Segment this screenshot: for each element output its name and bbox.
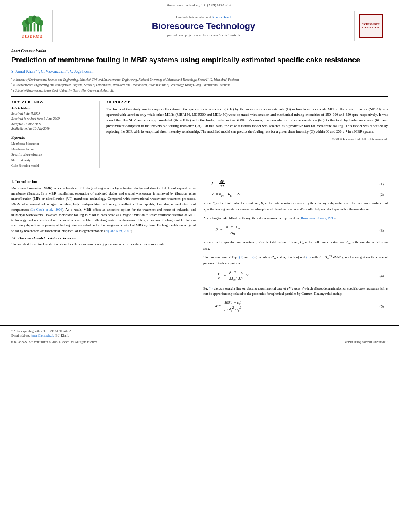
keyword-1: Membrane bioreactor xyxy=(11,141,95,147)
homepage-line: journal homepage: www.elsevier.com/locat… xyxy=(61,33,346,37)
footer-doi: doi:10.1016/j.biortech.2009.06.037 xyxy=(345,340,388,344)
affiliations: a a Institute of Environmental Science a… xyxy=(11,76,388,97)
eq5-denominator: ρ · dp2 · εc3 xyxy=(224,306,242,312)
equation-3-block: Rc = α · V · Cb Am (3) xyxy=(215,225,388,236)
equation-2-block: Rt = Rm + Rc + Rf (2) xyxy=(211,192,388,197)
eq4-numerator: μ · α · Cb xyxy=(228,270,243,275)
keyword-3: Specific cake resistance xyxy=(11,152,95,158)
right-col: ABSTRACT The focus of this study was to … xyxy=(106,101,388,168)
ref-eq4[interactable]: (4) xyxy=(209,286,213,290)
page: Bioresource Technology 100 (2009) 6133–6… xyxy=(0,0,399,532)
left-col: ARTICLE INFO Article history: Received 7… xyxy=(11,101,100,168)
ref-eq2[interactable]: (2) xyxy=(251,255,255,259)
elsevier-tree-icon xyxy=(21,13,45,33)
history-accepted: Accepted 11 June 2009 xyxy=(11,122,95,127)
eq3-numerator: α · V · Cb xyxy=(226,225,241,230)
eq3-denominator: Am xyxy=(230,230,236,236)
ref-ng-kim[interactable]: Ng and Kim, 2007 xyxy=(105,229,131,233)
eq1-denominator: μRt xyxy=(219,184,225,189)
article-type: Short Communication xyxy=(11,49,388,53)
eq3-number: (3) xyxy=(380,228,384,232)
eq4-v: V xyxy=(217,276,221,280)
eq5-numerator: 180(1 − εc) xyxy=(224,300,242,306)
eq4-description: Eq. (4) yields a straight line on plotti… xyxy=(203,286,388,296)
ref-eq3[interactable]: (3) xyxy=(306,255,311,259)
body-right: J = ΔP μRt (1) Rt = Rm + Rc + Rf (2) xyxy=(203,176,388,316)
history-received: Received 7 April 2009 xyxy=(11,111,95,117)
keyword-5: Cake filtration model xyxy=(11,163,95,169)
subsection1-text: The simplest theoretical model that desc… xyxy=(11,242,196,247)
equation-1-block: J = ΔP μRt (1) xyxy=(211,179,388,189)
eq4-denominator: 2Am2 AP xyxy=(228,275,243,282)
abstract-header: ABSTRACT xyxy=(106,101,388,104)
eq1-fraction: ΔP μRt xyxy=(219,179,225,189)
article-history: Article history: Received 7 April 2009 R… xyxy=(11,107,95,132)
eq4-intro: The combination of Eqs. (1) and (2) (exc… xyxy=(203,254,388,266)
header-box: ELSEVIER Contents lists available at Sci… xyxy=(12,10,387,42)
ref-le-clech[interactable]: Le-Clech et al., 2006 xyxy=(31,207,62,212)
subsection1-title: 1.1. Theoretical model: resistance-in-se… xyxy=(11,236,196,240)
journal-header: Bioresource Technology 100 (2009) 6133–6… xyxy=(0,0,399,44)
eq4-content: t V = μ · α · Cb 2Am2 AP V xyxy=(215,270,248,282)
eq5-fraction: 180(1 − εc) ρ · dp2 · εc3 xyxy=(224,300,242,312)
svg-rect-9 xyxy=(37,23,39,31)
svg-rect-6 xyxy=(29,23,31,31)
bioresource-logo: BIORESOURCETECHNOLOGY xyxy=(354,11,387,41)
keywords-label: Keywords: xyxy=(11,136,95,140)
journal-center: Contents lists available at ScienceDirec… xyxy=(53,12,354,40)
equation-5-block: α = 180(1 − εc) ρ · dp2 · εc3 (5) xyxy=(215,300,388,312)
eq3-intro: According to cake filtration theory, the… xyxy=(203,216,388,221)
elsevier-logo: ELSEVIER xyxy=(12,10,53,42)
eq3-content: Rc = α · V · Cb Am xyxy=(215,225,242,236)
footer-issn: 0960-8524/$ - see front matter © 2009 El… xyxy=(11,340,98,344)
eq3-fraction: α · V · Cb Am xyxy=(226,225,241,236)
eq5-number: (5) xyxy=(380,304,384,308)
fn-star-symbol: * xyxy=(11,329,13,333)
section1-title: 1. Introduction xyxy=(11,179,196,184)
footnote-star: * * Corresponding author. Tel.: +92 51 9… xyxy=(11,329,388,333)
email-suffix: (S.J. Khan). xyxy=(55,334,69,337)
eq5-content: α = 180(1 − εc) ρ · dp2 · εc3 xyxy=(215,300,243,312)
main-content: Short Communication Prediction of membra… xyxy=(0,44,399,320)
footer: * * Corresponding author. Tel.: +92 51 9… xyxy=(0,325,399,347)
eq2-description: where Rt is the total hydraulic resistan… xyxy=(203,201,388,213)
journal-title-header: Bioresource Technology xyxy=(61,21,346,31)
eq4-number: (4) xyxy=(380,274,384,278)
eq2-number: (2) xyxy=(380,193,384,197)
body-two-col: 1. Introduction Membrane bioreactor (MBR… xyxy=(11,176,388,316)
eq1-content: J = ΔP μRt xyxy=(211,179,227,189)
history-revised: Received in revised form 9 June 2009 xyxy=(11,117,95,122)
email-label: E-mail address: xyxy=(11,334,30,337)
copyright-line: © 2009 Elsevier Ltd. All rights reserved… xyxy=(106,137,388,141)
elsevier-label: ELSEVIER xyxy=(22,35,43,39)
ref-eq1[interactable]: (1) xyxy=(239,255,243,259)
article-title: Prediction of membrane fouling in MBR sy… xyxy=(11,55,388,65)
eq4-t-v: t V xyxy=(217,272,221,280)
ref-bowen[interactable]: Bowen and Jenner, 1995 xyxy=(301,216,335,220)
authors: S. Jamal Khan a,*, C. Visvanathan b, V. … xyxy=(11,69,388,74)
eq4-main-fraction: μ · α · Cb 2Am2 AP xyxy=(228,270,243,282)
eq1-numerator: ΔP xyxy=(219,179,225,184)
journal-ref: Bioresource Technology 100 (2009) 6133–6… xyxy=(8,3,391,7)
email-link[interactable]: jamal@iese.edu.pk xyxy=(31,334,54,337)
article-info-abstract: ARTICLE INFO Article history: Received 7… xyxy=(11,101,388,168)
equation-4-block: t V = μ · α · Cb 2Am2 AP V (4) xyxy=(215,270,388,282)
article-info-header: ARTICLE INFO xyxy=(11,101,95,104)
eq2-content: Rt = Rm + Rc + Rf xyxy=(211,192,239,197)
history-label: Article history: xyxy=(11,107,95,110)
keyword-4: Shear intensity xyxy=(11,158,95,163)
svg-rect-7 xyxy=(33,23,35,32)
footer-bottom: 0960-8524/$ - see front matter © 2009 El… xyxy=(11,340,388,344)
abstract-text: The focus of this study was to empirical… xyxy=(106,107,388,135)
eq4-t: t xyxy=(217,272,220,276)
history-available: Available online 10 July 2009 xyxy=(11,127,95,132)
eq1-lhs: J = xyxy=(211,182,217,186)
br-logo-box: BIORESOURCETECHNOLOGY xyxy=(359,14,383,38)
br-logo-text: BIORESOURCETECHNOLOGY xyxy=(362,23,379,29)
footnote-email: E-mail address: jamal@iese.edu.pk (S.J. … xyxy=(11,333,388,338)
eq1-number: (1) xyxy=(380,182,384,186)
body-left: 1. Introduction Membrane bioreactor (MBR… xyxy=(11,176,196,316)
contents-line: Contents lists available at ScienceDirec… xyxy=(61,15,346,19)
sciencedirect-link[interactable]: ScienceDirect xyxy=(212,15,231,19)
keywords-section: Keywords: Membrane bioreactor Membrane f… xyxy=(11,136,95,168)
